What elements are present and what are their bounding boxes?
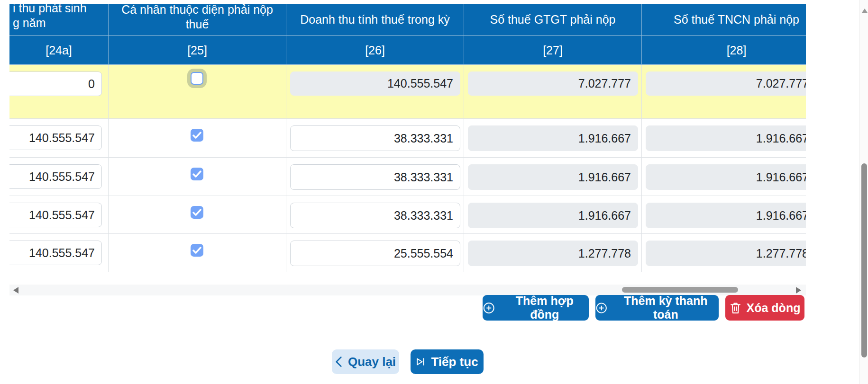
revenue-year-input[interactable]	[9, 241, 102, 265]
vat-due-input	[468, 125, 638, 151]
header-code-24a: [24a]	[9, 36, 109, 65]
pit-due-input	[646, 71, 806, 96]
header-code-27: [27]	[464, 36, 642, 65]
header-taxable-person: Cá nhân thuộc diện phải nộp thuế	[109, 4, 286, 36]
plus-circle-icon	[595, 302, 608, 314]
vat-due-input	[468, 241, 638, 266]
add-contract-button[interactable]: Thêm hợp đồng	[483, 295, 589, 321]
table-row	[9, 158, 806, 196]
trash-icon	[730, 302, 741, 314]
revenue-year-input[interactable]	[9, 71, 102, 96]
scroll-left-arrow-icon[interactable]	[13, 287, 18, 294]
header-revenue-year-line2: g năm	[13, 16, 46, 30]
table-row	[9, 119, 806, 158]
vat-due-input	[468, 71, 638, 96]
taxable-checkbox[interactable]	[191, 244, 203, 257]
plus-circle-icon	[483, 302, 495, 314]
header-pit-due: Số thuế TNCN phải nộp	[642, 4, 806, 36]
taxable-revenue-input[interactable]	[290, 125, 460, 151]
header-revenue-year: i thu phát sinh g năm	[9, 4, 109, 36]
vat-due-input	[468, 203, 638, 228]
header-code-28: [28]	[642, 36, 806, 65]
table-header-row-codes: [24a] [25] [26] [27] [28]	[9, 36, 806, 65]
table-row	[9, 65, 806, 119]
checkmark-icon	[192, 246, 201, 254]
header-code-25: [25]	[109, 36, 286, 65]
scroll-right-arrow-icon[interactable]	[796, 287, 801, 294]
taxable-checkbox[interactable]	[191, 168, 203, 180]
scroll-up-arrow-icon[interactable]	[862, 9, 868, 13]
vertical-scrollbar-thumb[interactable]	[861, 163, 867, 357]
pit-due-input	[646, 241, 806, 266]
horizontal-scrollbar-thumb[interactable]	[622, 287, 738, 293]
taxable-revenue-input	[290, 71, 460, 96]
revenue-year-input[interactable]	[9, 203, 102, 227]
vertical-scrollbar[interactable]	[859, 0, 868, 384]
taxable-revenue-input[interactable]	[290, 164, 460, 190]
pit-due-input	[646, 203, 806, 228]
delete-row-button[interactable]: Xóa dòng	[725, 295, 804, 321]
pit-due-input	[646, 125, 806, 151]
header-revenue-year-line1: i thu phát sinh	[13, 4, 87, 16]
header-taxable-line2: thuế	[186, 17, 209, 32]
taxable-checkbox[interactable]	[191, 206, 203, 219]
revenue-year-input[interactable]	[9, 164, 102, 189]
taxable-checkbox[interactable]	[191, 129, 203, 142]
pit-due-input	[646, 164, 806, 190]
table-row	[9, 196, 806, 234]
header-taxable-revenue: Doanh thu tính thuế trong kỳ	[286, 4, 464, 36]
header-code-26: [26]	[286, 36, 464, 65]
header-vat-due: Số thuế GTGT phải nộp	[464, 4, 642, 36]
checkmark-icon	[192, 170, 201, 178]
tax-declaration-page: i thu phát sinh g năm Cá nhân thuộc diện…	[0, 0, 868, 384]
taxable-revenue-input[interactable]	[290, 203, 460, 228]
revenue-year-input[interactable]	[9, 125, 102, 150]
skip-forward-icon	[416, 357, 425, 367]
vat-due-input	[468, 164, 638, 190]
table-row	[9, 234, 806, 272]
chevron-left-icon	[335, 356, 342, 367]
header-taxable-line1: Cá nhân thuộc diện phải nộp	[121, 4, 273, 17]
table-header-row-titles: i thu phát sinh g năm Cá nhân thuộc diện…	[9, 4, 806, 36]
checkmark-icon	[192, 131, 201, 139]
back-button[interactable]: Quay lại	[332, 349, 399, 374]
continue-button[interactable]: Tiếp tục	[411, 349, 484, 374]
checkmark-icon	[192, 208, 201, 216]
add-payment-period-button[interactable]: Thêm kỳ thanh toán	[595, 295, 719, 321]
taxable-checkbox[interactable]	[191, 72, 203, 85]
contracts-table: i thu phát sinh g năm Cá nhân thuộc diện…	[9, 4, 806, 272]
taxable-revenue-input[interactable]	[290, 241, 460, 266]
